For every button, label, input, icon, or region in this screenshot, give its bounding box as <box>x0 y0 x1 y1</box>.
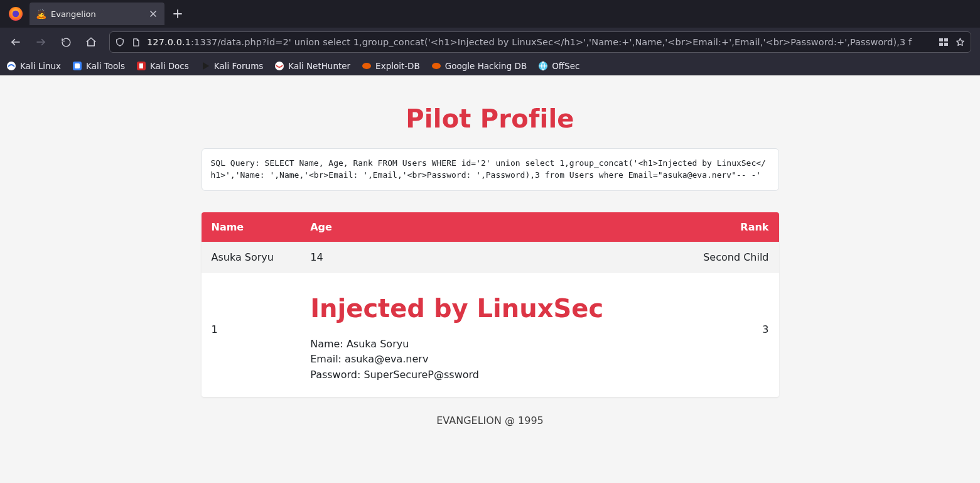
bookmark-icon <box>200 61 210 71</box>
svg-rect-4 <box>939 43 943 46</box>
url-host: 127.0.0.1 <box>147 37 191 47</box>
bookmark-label: OffSec <box>552 61 579 71</box>
bookmark-label: Kali Tools <box>86 61 125 71</box>
back-button[interactable] <box>5 31 26 53</box>
tab-strip: 🙇 Evangelion <box>0 0 980 28</box>
bookmark-label: Exploit-DB <box>375 61 420 71</box>
bookmark-kali-tools[interactable]: Kali Tools <box>72 61 125 71</box>
svg-rect-5 <box>944 43 948 46</box>
injected-password-label: Password: <box>310 369 363 381</box>
sql-query-box: SQL Query: SELECT Name, Age, Rank FROM U… <box>202 148 779 191</box>
injected-password-value: SuperSecureP@ssword <box>363 369 479 381</box>
injected-values: Name: Asuka Soryu Email: asuka@eva.nerv … <box>310 337 666 383</box>
injected-name-value: Asuka Soryu <box>347 338 409 350</box>
table-row: Asuka Soryu 14 Second Child <box>202 242 779 272</box>
bookmark-kali-linux[interactable]: Kali Linux <box>6 61 61 71</box>
tab-favicon-icon: 🙇 <box>36 9 46 19</box>
page-container: Pilot Profile SQL Query: SELECT Name, Ag… <box>202 104 779 426</box>
page-viewport: Pilot Profile SQL Query: SELECT Name, Ag… <box>0 75 980 452</box>
col-header-rank: Rank <box>676 212 779 242</box>
svg-rect-2 <box>939 38 943 41</box>
injected-email-label: Email: <box>310 353 345 365</box>
close-icon[interactable] <box>148 9 158 19</box>
profile-table: Name Age Rank Asuka Soryu 14 Second Chil… <box>202 212 779 397</box>
bookmark-icon <box>6 61 16 71</box>
bookmark-label: Kali Docs <box>150 61 189 71</box>
browser-tab[interactable]: 🙇 Evangelion <box>30 3 164 25</box>
bookmark-kali-nethunter[interactable]: Kali NetHunter <box>274 61 350 71</box>
tab-title: Evangelion <box>51 9 148 19</box>
url-text: 127.0.0.1:1337/data.php?id=2' union sele… <box>147 37 932 47</box>
cell-name: Asuka Soryu <box>202 242 301 272</box>
bookmark-offsec[interactable]: OffSec <box>538 61 579 71</box>
cell-rank: 3 <box>676 272 779 397</box>
cell-age-injected: Injected by LinuxSec Name: Asuka Soryu E… <box>300 272 676 397</box>
page-title: Pilot Profile <box>202 104 779 133</box>
bookmark-kali-forums[interactable]: Kali Forums <box>200 61 264 71</box>
svg-point-11 <box>362 63 371 69</box>
bookmark-label: Kali NetHunter <box>288 61 350 71</box>
url-path: :1337/data.php?id=2' union select 1,grou… <box>191 37 912 47</box>
injected-heading: Injected by LinuxSec <box>310 294 666 323</box>
bookmark-star-icon[interactable] <box>955 37 966 48</box>
reader-view-icon[interactable] <box>939 37 949 47</box>
address-bar[interactable]: 127.0.0.1:1337/data.php?id=2' union sele… <box>109 31 971 53</box>
bookmarks-toolbar: Kali Linux Kali Tools Kali Docs Kali For… <box>0 57 980 75</box>
browser-chrome: 🙇 Evangelion <box>0 0 980 75</box>
bookmark-icon <box>538 61 548 71</box>
injected-name-label: Name: <box>310 338 347 350</box>
bookmark-icon <box>274 61 284 71</box>
bookmark-label: Google Hacking DB <box>445 61 527 71</box>
bookmark-icon <box>431 61 441 71</box>
home-button[interactable] <box>80 31 102 53</box>
bookmark-label: Kali Linux <box>20 61 61 71</box>
bookmark-label: Kali Forums <box>214 61 264 71</box>
bookmark-icon <box>72 61 82 71</box>
page-footer: EVANGELION @ 1995 <box>202 415 779 426</box>
forward-button[interactable] <box>30 31 51 53</box>
bookmark-kali-docs[interactable]: Kali Docs <box>136 61 189 71</box>
navigation-toolbar: 127.0.0.1:1337/data.php?id=2' union sele… <box>0 28 980 57</box>
cell-name: 1 <box>202 272 301 397</box>
col-header-age: Age <box>300 212 676 242</box>
svg-point-1 <box>13 11 19 17</box>
table-row: 1 Injected by LinuxSec Name: Asuka Soryu… <box>202 272 779 397</box>
svg-point-12 <box>432 63 441 69</box>
svg-rect-3 <box>944 38 948 41</box>
page-icon[interactable] <box>131 38 141 47</box>
col-header-name: Name <box>202 212 301 242</box>
bookmark-icon <box>362 61 372 71</box>
shield-icon[interactable] <box>115 37 125 47</box>
reload-button[interactable] <box>55 31 77 53</box>
new-tab-button[interactable] <box>168 4 187 23</box>
cell-age: 14 <box>300 242 676 272</box>
cell-rank: Second Child <box>676 242 779 272</box>
bookmark-icon <box>136 61 146 71</box>
bookmark-exploit-db[interactable]: Exploit-DB <box>362 61 420 71</box>
injected-email-value: asuka@eva.nerv <box>345 353 428 365</box>
svg-rect-8 <box>75 63 80 68</box>
table-header-row: Name Age Rank <box>202 212 779 242</box>
firefox-logo-icon[interactable] <box>6 4 25 23</box>
bookmark-google-hacking-db[interactable]: Google Hacking DB <box>431 61 527 71</box>
